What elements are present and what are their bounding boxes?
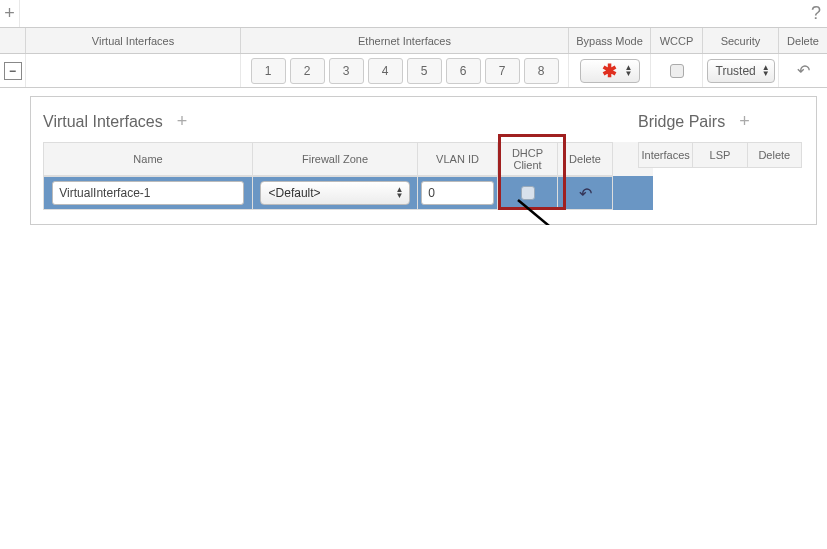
vi-dhcp-checkbox[interactable]	[521, 186, 535, 200]
chevron-updown-icon: ▲▼	[625, 65, 633, 77]
vi-firewall-zone-value: <Default>	[269, 186, 321, 200]
chevron-updown-icon: ▲▼	[762, 65, 770, 77]
vi-col-name: Name	[43, 142, 253, 176]
virtual-interfaces-title: Virtual Interfaces	[43, 113, 163, 131]
col-bypass-mode: Bypass Mode	[569, 28, 651, 53]
bypass-mode-select[interactable]: ✱ ▲▼	[580, 59, 640, 83]
port-6[interactable]: 6	[446, 58, 481, 84]
virtual-interface-row: <Default> ▲▼ ↶	[43, 176, 653, 210]
bridge-pairs-section: Bridge Pairs + Interfaces LSP Delete	[638, 111, 802, 168]
collapse-toggle[interactable]: −	[4, 62, 22, 80]
col-security: Security	[703, 28, 779, 53]
wccp-checkbox[interactable]	[670, 64, 684, 78]
vi-col-delete: Delete	[558, 142, 613, 176]
port-7[interactable]: 7	[485, 58, 520, 84]
col-delete: Delete	[779, 28, 827, 53]
security-select[interactable]: Trusted ▲▼	[707, 59, 775, 83]
column-headers: Virtual Interfaces Ethernet Interfaces B…	[0, 28, 827, 54]
bridge-col-lsp: LSP	[693, 142, 747, 168]
vi-vlan-input[interactable]	[421, 181, 494, 205]
help-icon[interactable]: ?	[805, 0, 827, 27]
vi-name-input[interactable]	[52, 181, 243, 205]
col-ethernet-interfaces: Ethernet Interfaces	[241, 28, 569, 53]
col-wccp: WCCP	[651, 28, 703, 53]
port-1[interactable]: 1	[251, 58, 286, 84]
port-8[interactable]: 8	[524, 58, 559, 84]
vi-revert-icon[interactable]: ↶	[579, 184, 592, 203]
security-value: Trusted	[716, 64, 756, 78]
add-button[interactable]: +	[0, 0, 20, 27]
port-4[interactable]: 4	[368, 58, 403, 84]
bridge-col-delete: Delete	[748, 142, 802, 168]
ethernet-ports: 1 2 3 4 5 6 7 8	[245, 58, 565, 84]
vi-col-firewall-zone: Firewall Zone	[253, 142, 418, 176]
add-virtual-interface-button[interactable]: +	[177, 111, 188, 132]
vi-col-dhcp-client: DHCP Client	[498, 142, 558, 176]
chevron-updown-icon: ▲▼	[396, 187, 404, 199]
detail-panel: Virtual Interfaces + Name Firewall Zone …	[30, 96, 817, 225]
top-spacer	[20, 0, 805, 27]
port-5[interactable]: 5	[407, 58, 442, 84]
add-bridge-pair-button[interactable]: +	[739, 111, 750, 132]
revert-icon[interactable]: ↶	[797, 61, 810, 80]
vi-col-vlan-id: VLAN ID	[418, 142, 498, 176]
vi-firewall-zone-select[interactable]: <Default> ▲▼	[260, 181, 411, 205]
bridge-col-interfaces: Interfaces	[638, 142, 693, 168]
col-virtual-interfaces: Virtual Interfaces	[26, 28, 241, 53]
port-2[interactable]: 2	[290, 58, 325, 84]
interface-group-row: − 1 2 3 4 5 6 7 8 ✱ ▲▼ Trusted ▲▼ ↶	[0, 54, 827, 88]
port-3[interactable]: 3	[329, 58, 364, 84]
bridge-pairs-title: Bridge Pairs	[638, 113, 725, 131]
virtual-interfaces-table: Name Firewall Zone VLAN ID DHCP Client D…	[43, 142, 653, 210]
required-asterisk-icon: ✱	[602, 60, 617, 82]
